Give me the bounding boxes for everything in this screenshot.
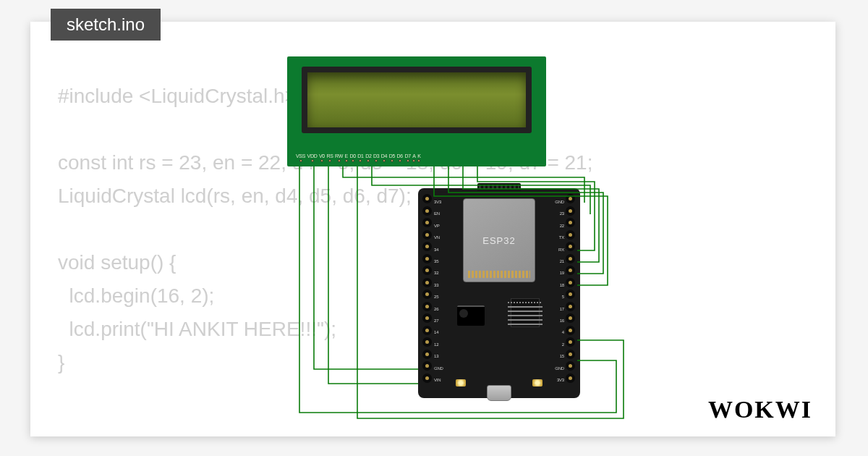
lcd-pin-label: D6 bbox=[397, 153, 403, 159]
lcd-pin-label: D5 bbox=[389, 153, 395, 159]
lcd-pin-VSS[interactable]: VSS bbox=[296, 153, 305, 162]
lcd-pin-V0[interactable]: V0 bbox=[319, 153, 325, 162]
esp32-shield-label: ESP32 bbox=[482, 235, 515, 246]
esp32-pin-GND[interactable] bbox=[422, 361, 432, 371]
lcd-pin-hole bbox=[367, 159, 370, 162]
esp32-pin-12[interactable] bbox=[422, 337, 432, 347]
wokwi-brand-logo: WOKWI bbox=[708, 396, 812, 423]
lcd-pin-hole bbox=[352, 159, 354, 162]
file-tab[interactable]: sketch.ino bbox=[51, 9, 161, 41]
esp32-pin-34[interactable] bbox=[422, 242, 432, 251]
lcd-pin-hole bbox=[391, 159, 393, 162]
lcd-pin-D2[interactable]: D2 bbox=[365, 153, 371, 162]
esp32-pin-2[interactable] bbox=[566, 337, 575, 347]
lcd-pin-label: E bbox=[345, 153, 348, 159]
lcd-component[interactable]: VSSVDDV0RSRWED0D1D2D3D4D5D6D7AK bbox=[287, 56, 546, 166]
esp32-en-button[interactable] bbox=[532, 379, 542, 387]
lcd-pin-hole bbox=[383, 159, 386, 162]
lcd-pin-D5[interactable]: D5 bbox=[389, 153, 395, 162]
lcd-pin-hole bbox=[399, 159, 401, 162]
lcd-pin-label: D7 bbox=[404, 153, 410, 159]
esp32-pin-23[interactable] bbox=[566, 206, 575, 216]
lcd-pin-RS[interactable]: RS bbox=[326, 153, 333, 162]
esp32-secondary-chip bbox=[511, 298, 540, 327]
lcd-pin-D6[interactable]: D6 bbox=[397, 153, 403, 162]
esp32-pin-33[interactable] bbox=[422, 278, 432, 287]
esp32-shield: ESP32 bbox=[463, 198, 535, 282]
lcd-pin-label: D1 bbox=[357, 153, 363, 159]
lcd-pin-E[interactable]: E bbox=[345, 153, 348, 162]
lcd-pin-hole bbox=[328, 159, 331, 162]
lcd-pin-label: D3 bbox=[373, 153, 379, 159]
esp32-antenna bbox=[477, 183, 521, 190]
esp32-pin-VN[interactable] bbox=[422, 230, 432, 240]
esp32-pin-5[interactable] bbox=[566, 290, 575, 299]
esp32-shield-pads bbox=[468, 271, 530, 278]
editor-canvas: sketch.ino #include <LiquidCrystal.h> co… bbox=[30, 22, 835, 436]
esp32-pin-3V3[interactable] bbox=[422, 194, 432, 203]
code-line: #include <LiquidCrystal.h> bbox=[58, 85, 297, 107]
lcd-pin-label: D2 bbox=[365, 153, 371, 159]
lcd-pin-D1[interactable]: D1 bbox=[357, 153, 363, 162]
lcd-pin-hole bbox=[375, 159, 378, 162]
lcd-pin-K[interactable]: K bbox=[417, 153, 420, 162]
esp32-pin-VIN[interactable] bbox=[422, 373, 432, 383]
esp32-pins-right bbox=[566, 194, 576, 383]
esp32-pin-25[interactable] bbox=[422, 290, 432, 299]
esp32-pin-labels-right: GND2322TXRX211918517164215GND3V3 bbox=[555, 196, 564, 387]
esp32-pin-EN[interactable] bbox=[422, 206, 432, 216]
lcd-pin-hole bbox=[359, 159, 362, 162]
esp32-pin-14[interactable] bbox=[422, 326, 432, 335]
esp32-pin-3V3[interactable] bbox=[566, 373, 575, 383]
lcd-pin-D7[interactable]: D7 bbox=[404, 153, 410, 162]
esp32-pin-35[interactable] bbox=[422, 254, 432, 263]
esp32-pin-27[interactable] bbox=[422, 313, 432, 323]
lcd-pin-label: RS bbox=[326, 153, 333, 159]
lcd-pin-D4[interactable]: D4 bbox=[381, 153, 387, 162]
lcd-pin-hole bbox=[345, 159, 348, 162]
lcd-pin-label: RW bbox=[335, 153, 343, 159]
esp32-pin-17[interactable] bbox=[566, 302, 575, 311]
esp32-regulator bbox=[457, 305, 485, 326]
lcd-pin-label: A bbox=[412, 153, 415, 159]
lcd-screen bbox=[302, 67, 532, 133]
esp32-board[interactable]: ESP32 3V3ENVPVN34353233252627141213GNDVI… bbox=[418, 188, 580, 398]
lcd-pin-hole bbox=[338, 159, 341, 162]
lcd-pin-label: D0 bbox=[349, 153, 355, 159]
esp32-pin-VP[interactable] bbox=[422, 218, 432, 227]
lcd-pin-label: D4 bbox=[381, 153, 387, 159]
lcd-pin-label: VSS bbox=[296, 153, 305, 159]
lcd-pin-A[interactable]: A bbox=[412, 153, 415, 162]
esp32-pin-GND[interactable] bbox=[566, 194, 575, 203]
lcd-pin-label: VDD bbox=[307, 153, 318, 159]
code-line: } bbox=[58, 351, 64, 373]
lcd-pin-hole bbox=[299, 159, 302, 162]
code-line: lcd.print("HI ANKIT HERE!!!"); bbox=[58, 318, 336, 340]
lcd-pin-D0[interactable]: D0 bbox=[349, 153, 355, 162]
lcd-pin-hole bbox=[412, 159, 415, 162]
lcd-pin-hole bbox=[407, 159, 409, 162]
esp32-pin-32[interactable] bbox=[422, 266, 432, 275]
lcd-pin-D3[interactable]: D3 bbox=[373, 153, 379, 162]
esp32-pin-GND[interactable] bbox=[566, 361, 575, 371]
lcd-pin-label: V0 bbox=[319, 153, 325, 159]
esp32-pin-RX[interactable] bbox=[566, 242, 575, 251]
code-line: LiquidCrystal lcd(rs, en, d4, d5, d6, d7… bbox=[58, 185, 412, 207]
file-tab-label: sketch.ino bbox=[67, 14, 145, 34]
lcd-pin-VDD[interactable]: VDD bbox=[307, 153, 318, 162]
esp32-pin-15[interactable] bbox=[566, 350, 575, 359]
esp32-pins-left bbox=[422, 194, 433, 383]
esp32-pin-21[interactable] bbox=[566, 254, 575, 263]
esp32-pin-18[interactable] bbox=[566, 278, 575, 287]
esp32-pin-26[interactable] bbox=[422, 302, 432, 311]
lcd-pin-RW[interactable]: RW bbox=[335, 153, 343, 162]
esp32-boot-button[interactable] bbox=[456, 379, 466, 387]
esp32-pin-4[interactable] bbox=[566, 326, 575, 335]
esp32-pin-19[interactable] bbox=[566, 266, 575, 275]
esp32-pin-16[interactable] bbox=[566, 313, 575, 323]
esp32-pin-TX[interactable] bbox=[566, 230, 575, 240]
esp32-usb-port bbox=[487, 385, 511, 401]
esp32-pin-13[interactable] bbox=[422, 350, 432, 359]
esp32-pin-22[interactable] bbox=[566, 218, 575, 227]
lcd-pin-hole bbox=[311, 159, 314, 162]
